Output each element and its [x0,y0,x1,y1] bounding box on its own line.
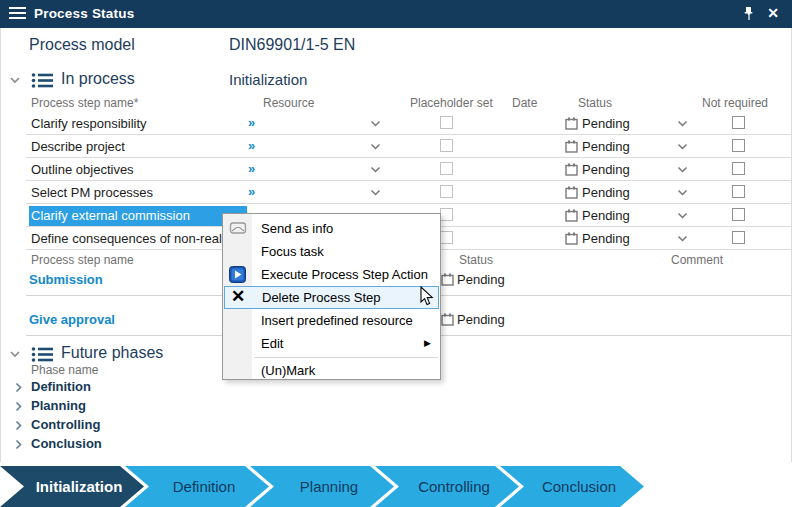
col-status: Status [578,96,612,110]
resource-link[interactable]: » [248,138,255,153]
col2-comment: Comment [671,253,723,267]
status-dropdown-icon[interactable] [677,189,688,196]
col-resource: Resource [263,96,314,110]
in-process-phase-value: Initialization [229,71,307,88]
phase-chevron-initialization[interactable]: Initialization [0,466,144,507]
title-bar: Process Status ✕ [0,0,792,28]
collapse-chevron-icon[interactable] [9,76,21,84]
menu-item-unmark[interactable]: (Un)Mark [224,355,439,378]
phase-chevron-label: Initialization [22,478,123,495]
menu-item-label: Send as info [261,221,333,236]
placeholder-checkbox[interactable] [440,162,453,175]
calendar-icon[interactable] [441,273,454,286]
step-name: Outline objectives [31,162,134,177]
phase-row[interactable]: Definition [1,378,501,397]
col-phase-name: Phase name [31,363,98,377]
menu-item-edit[interactable]: Edit ▶ [224,332,439,355]
resource-link[interactable]: » [248,161,255,176]
menu-item-focus-task[interactable]: Focus task [224,240,439,263]
execute-action-icon [229,266,247,284]
mail-icon [229,220,247,238]
expand-chevron-icon[interactable] [15,382,22,393]
placeholder-checkbox[interactable] [440,139,453,152]
resource-link[interactable]: » [248,184,255,199]
placeholder-checkbox[interactable] [440,185,453,198]
not-required-checkbox[interactable] [732,231,745,244]
menu-item-label: Focus task [261,244,324,259]
phase-chevron-label: Planning [286,478,358,495]
phase-chevron-conclusion[interactable]: Conclusion [500,466,644,507]
step-name: Clarify external commission [29,206,247,226]
placeholder-checkbox[interactable] [440,116,453,129]
process-status-panel: Process Status ✕ Process model DIN69901/… [0,0,792,507]
status-value: Pending [582,139,630,154]
menu-hamburger-icon[interactable] [9,7,26,20]
status-value: Pending [457,272,505,287]
resource-dropdown-icon[interactable] [370,166,381,173]
not-required-checkbox[interactable] [732,116,745,129]
not-required-checkbox[interactable] [732,208,745,221]
phase-name: Planning [31,398,86,413]
step-name: Clarify responsibility [31,116,147,131]
phase-row[interactable]: Controlling [1,416,501,435]
phase-row[interactable]: Planning [1,397,501,416]
expand-chevron-icon[interactable] [15,420,22,431]
close-icon[interactable]: ✕ [764,4,782,22]
status-value: Pending [582,185,630,200]
table-row[interactable]: Describe project » Pending [26,135,791,158]
phase-name: Definition [31,379,91,394]
resource-link[interactable]: » [248,115,255,130]
section-future-phases[interactable]: Future phases [61,344,163,362]
calendar-icon[interactable] [565,117,578,130]
not-required-checkbox[interactable] [732,162,745,175]
resource-dropdown-icon[interactable] [370,120,381,127]
calendar-icon[interactable] [565,140,578,153]
status-value: Pending [582,231,630,246]
menu-item-send-as-info[interactable]: Send as info [224,217,439,240]
placeholder-checkbox[interactable] [440,208,453,221]
not-required-checkbox[interactable] [732,185,745,198]
col-process-step-name: Process step name* [31,96,138,110]
phase-row[interactable]: Conclusion [1,435,501,454]
status-dropdown-icon[interactable] [677,120,688,127]
step-link-give-approval[interactable]: Give approval [29,312,115,327]
window-title: Process Status [34,6,134,21]
phase-chevron-label: Controlling [404,478,490,495]
menu-item-delete-process-step[interactable]: ✕ Delete Process Step [224,286,439,309]
calendar-icon[interactable] [441,313,454,326]
submenu-arrow-icon: ▶ [424,338,431,348]
status-dropdown-icon[interactable] [677,166,688,173]
section-in-process[interactable]: In process [61,70,135,88]
phase-chevron-definition[interactable]: Definition [125,466,269,507]
calendar-icon[interactable] [565,209,578,222]
phase-chevron-controlling[interactable]: Controlling [375,466,519,507]
phase-chevron-label: Conclusion [528,478,616,495]
placeholder-checkbox[interactable] [440,231,453,244]
expand-chevron-icon[interactable] [15,401,22,412]
menu-item-execute-process-step-action[interactable]: Execute Process Step Action [224,263,439,286]
process-model-value: DIN69901/1-5 EN [229,36,355,54]
pin-icon[interactable] [741,6,757,22]
menu-item-label: Edit [261,336,283,351]
resource-dropdown-icon[interactable] [370,189,381,196]
menu-item-insert-predefined-resource[interactable]: Insert predefined resource [224,309,439,332]
status-dropdown-icon[interactable] [677,143,688,150]
table-row[interactable]: Clarify responsibility » Pending [26,112,791,135]
status-dropdown-icon[interactable] [677,235,688,242]
status-dropdown-icon[interactable] [677,212,688,219]
calendar-icon[interactable] [565,186,578,199]
list-icon [31,72,55,89]
step-name: Select PM processes [31,185,153,200]
calendar-icon[interactable] [565,163,578,176]
calendar-icon[interactable] [565,232,578,245]
resource-dropdown-icon[interactable] [370,143,381,150]
table-row[interactable]: Outline objectives » Pending [26,158,791,181]
phase-chevron-label: Definition [159,478,236,495]
not-required-checkbox[interactable] [732,139,745,152]
expand-chevron-icon[interactable] [15,439,22,450]
collapse-chevron-icon[interactable] [9,350,21,358]
menu-item-label: Insert predefined resource [261,313,413,328]
table-row[interactable]: Select PM processes » Pending [26,181,791,204]
phase-chevron-planning[interactable]: Planning [250,466,394,507]
step-link-submission[interactable]: Submission [29,272,103,287]
